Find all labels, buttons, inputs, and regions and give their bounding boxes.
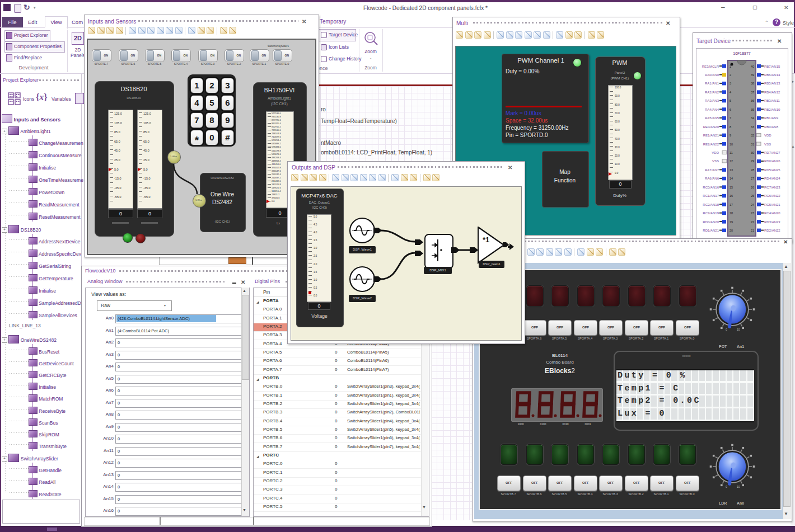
svg-text:RB5/AN13: RB5/AN13 <box>764 82 780 85</box>
svg-text:RD7/AN27: RD7/AN27 <box>764 151 780 154</box>
svg-text:20: 20 <box>729 229 733 232</box>
svg-text:39: 39 <box>751 73 754 77</box>
svg-text:16: 16 <box>729 194 733 197</box>
svg-text:VSS: VSS <box>764 143 771 146</box>
svg-text:RB1/AN9: RB1/AN9 <box>764 116 779 120</box>
svg-text:RA4/AN4: RA4/AN4 <box>705 108 719 111</box>
svg-text:37: 37 <box>751 91 754 94</box>
svg-text:RA1/AN1: RA1/AN1 <box>705 82 719 85</box>
svg-text:RD1/AN21: RD1/AN21 <box>703 229 719 232</box>
svg-text:30: 30 <box>751 151 754 154</box>
svg-text:RD3/AN23: RD3/AN23 <box>764 220 780 224</box>
svg-text:4: 4 <box>729 91 731 94</box>
svg-text:36: 36 <box>751 99 754 102</box>
svg-text:10: 10 <box>729 143 733 146</box>
svg-text:25: 25 <box>751 194 754 197</box>
svg-text:13: 13 <box>729 168 733 172</box>
svg-text:0: 0 <box>726 485 727 488</box>
svg-text:31: 31 <box>751 143 754 146</box>
svg-text:RE1/AN21: RE1/AN21 <box>703 134 719 137</box>
svg-text:RC3/AN19: RC3/AN19 <box>703 211 719 215</box>
svg-text:RC4/AN20: RC4/AN20 <box>764 211 780 215</box>
svg-text:22: 22 <box>751 220 754 224</box>
svg-text:RD6/AN26: RD6/AN26 <box>764 159 780 163</box>
svg-text:VDD: VDD <box>712 151 719 154</box>
svg-text:1: 1 <box>729 65 731 68</box>
svg-text:27: 27 <box>751 177 754 180</box>
svg-text:18: 18 <box>729 211 733 215</box>
svg-text:35: 35 <box>751 108 754 111</box>
svg-text:6: 6 <box>729 108 731 111</box>
svg-text:34: 34 <box>751 116 754 120</box>
svg-text:RE3/MCLR: RE3/MCLR <box>702 65 719 68</box>
svg-text:17: 17 <box>729 203 733 206</box>
svg-text:5: 5 <box>729 99 731 102</box>
svg-text:RB6/AN14: RB6/AN14 <box>764 73 780 77</box>
svg-text:RD0/AN20: RD0/AN20 <box>703 220 719 224</box>
svg-text:21: 21 <box>751 229 754 232</box>
svg-text:9: 9 <box>729 134 731 137</box>
svg-text:RB2/AN10: RB2/AN10 <box>764 108 780 111</box>
svg-text:RA6/AN6: RA6/AN6 <box>705 177 719 180</box>
svg-text:RD4/AN24: RD4/AN24 <box>764 177 780 180</box>
svg-text:RA3/AN3: RA3/AN3 <box>705 99 719 102</box>
svg-text:10: 10 <box>737 328 740 331</box>
svg-text:VDD: VDD <box>764 134 771 137</box>
svg-text:32: 32 <box>751 134 754 137</box>
svg-text:RA0/AN0: RA0/AN0 <box>705 73 719 77</box>
svg-text:12: 12 <box>729 159 733 163</box>
svg-text:RB4/AN12: RB4/AN12 <box>764 91 780 94</box>
svg-text:RB0/AN8: RB0/AN8 <box>764 125 779 129</box>
svg-text:19: 19 <box>729 220 733 224</box>
svg-text:VSS: VSS <box>712 159 719 163</box>
svg-text:*1: *1 <box>483 236 489 244</box>
svg-text:8: 8 <box>729 125 731 129</box>
svg-text:RC7/AN23: RC7/AN23 <box>764 186 780 189</box>
svg-text:RC5/AN21: RC5/AN21 <box>764 203 780 206</box>
svg-text:14: 14 <box>729 177 733 180</box>
svg-text:RC0/AN16: RC0/AN16 <box>703 186 719 189</box>
svg-text:RE0/AN20: RE0/AN20 <box>703 125 719 129</box>
svg-text:3: 3 <box>729 82 731 85</box>
svg-text:RC1/AN17: RC1/AN17 <box>703 194 719 197</box>
svg-text:RA2/AN2: RA2/AN2 <box>705 91 719 94</box>
svg-text:RA5/AN5: RA5/AN5 <box>705 116 719 120</box>
svg-text:28: 28 <box>751 168 754 172</box>
svg-text:33: 33 <box>751 125 754 129</box>
svg-text:2: 2 <box>729 73 731 77</box>
svg-text:RB3/AN11: RB3/AN11 <box>764 99 780 102</box>
svg-text:26: 26 <box>751 186 754 189</box>
svg-text:29: 29 <box>751 159 754 163</box>
svg-text:RE2/AN22: RE2/AN22 <box>703 143 719 146</box>
svg-text:0: 0 <box>726 328 727 331</box>
svg-text:RD2/AN22: RD2/AN22 <box>764 229 780 232</box>
svg-text:38: 38 <box>751 82 754 85</box>
svg-text:40: 40 <box>751 65 754 68</box>
svg-text:RD5/AN25: RD5/AN25 <box>764 168 780 172</box>
svg-text:11: 11 <box>729 151 733 154</box>
svg-text:RC6/AN22: RC6/AN22 <box>764 194 780 197</box>
svg-text:10: 10 <box>737 485 740 488</box>
svg-text:23: 23 <box>751 211 754 215</box>
svg-text:24: 24 <box>751 203 754 206</box>
svg-text:RA7/AN7: RA7/AN7 <box>705 168 719 172</box>
svg-text:RC2/AN18: RC2/AN18 <box>703 203 719 206</box>
svg-text:15: 15 <box>729 186 733 189</box>
svg-text:RB7/AN15: RB7/AN15 <box>764 65 780 68</box>
svg-text:7: 7 <box>729 116 731 120</box>
